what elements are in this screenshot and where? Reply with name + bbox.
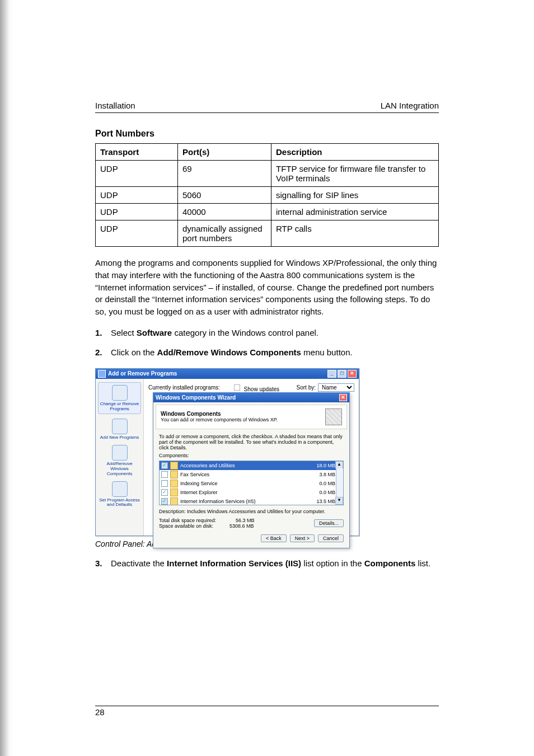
component-row-fax[interactable]: Fax Services 3.8 MB	[160, 470, 343, 479]
installed-programs-label: Currently installed programs:	[148, 384, 220, 391]
cell-ports: dynamically as­signed port num­bers	[178, 220, 271, 247]
th-description: Description	[271, 144, 439, 161]
scroll-down-button[interactable]: ▼	[335, 497, 343, 505]
step-pre: Deactivate the	[111, 558, 167, 568]
step-bold: Internet Information Services (IIS)	[167, 558, 301, 568]
disk-avail-value: 5308.6 MB	[229, 523, 254, 529]
checkbox-icon[interactable]: ✓	[161, 489, 168, 496]
cell-desc: RTP calls	[271, 220, 439, 247]
component-name: Accessories and Utilities	[180, 463, 235, 468]
wizard-titlebar[interactable]: Windows Components Wizard ✕	[153, 393, 349, 402]
step-mid: list option in the	[301, 558, 364, 568]
windows-components-wizard-dialog: Windows Components Wizard ✕ Windows Comp…	[153, 392, 350, 548]
show-updates-checkbox[interactable]	[233, 384, 240, 391]
sidebar-item-change-remove[interactable]: Change or Remove Programs	[98, 382, 141, 415]
table-header-row: Transport Port(s) Description	[96, 144, 439, 161]
wizard-banner-icon	[325, 408, 342, 425]
close-button[interactable]: ✕	[348, 370, 357, 378]
cell-transport: UDP	[96, 187, 178, 204]
step-3: 3. Deactivate the Internet Information S…	[95, 558, 439, 568]
checkbox-icon[interactable]: ✓	[161, 462, 168, 469]
folder-icon	[170, 480, 178, 487]
windows-components-icon	[112, 445, 128, 461]
page-number: 28	[95, 707, 105, 717]
window-icon	[98, 370, 106, 378]
disk-space-info: Total disk space required: 56.3 MB Space…	[159, 518, 255, 529]
components-label: Components:	[159, 453, 344, 458]
component-description-row: Description: Includes Windows Accessorie…	[159, 509, 344, 514]
next-button[interactable]: Next >	[290, 534, 315, 542]
cancel-button[interactable]: Cancel	[318, 534, 344, 542]
window-title: Add or Remove Programs	[108, 370, 177, 377]
component-size: 0.0 MB	[319, 490, 335, 495]
sidebar-label: Add New Programs	[98, 435, 141, 440]
wizard-close-button[interactable]: ✕	[339, 394, 347, 401]
screenshot: Add or Remove Programs _ □ ✕ Change or R…	[95, 368, 358, 548]
desc-text: Includes Windows Accessories and Utiliti…	[187, 509, 325, 514]
components-listbox[interactable]: ▲ ▼ ✓ Accessories and Utilities 18.0 MB	[159, 461, 344, 505]
cell-desc: TFTP service for firmware file transfer …	[271, 161, 439, 187]
sidebar-item-windows-components[interactable]: Add/Remove Windows Components	[98, 445, 141, 476]
cell-ports: 40000	[178, 204, 271, 220]
header-right: LAN Integration	[381, 101, 439, 110]
window-titlebar[interactable]: Add or Remove Programs _ □ ✕	[96, 369, 359, 379]
sidebar-item-set-program-access[interactable]: Set Program Access and Defaults	[98, 481, 141, 508]
table-row: UDP 69 TFTP service for firmware file tr…	[96, 161, 439, 187]
change-remove-icon	[112, 385, 128, 401]
sidebar-item-add-new[interactable]: Add New Programs	[98, 419, 141, 440]
sortby-select[interactable]: Name	[318, 383, 354, 392]
component-row-iis[interactable]: ✓ Internet Information Services (IIS) 13…	[160, 497, 343, 505]
page-binding-shadow	[0, 0, 13, 756]
wizard-title: Windows Components Wizard	[156, 395, 236, 401]
maximize-button[interactable]: □	[338, 370, 346, 378]
table-row: UDP 5060 signalling for SIP lines	[96, 187, 439, 204]
folder-icon	[170, 471, 178, 478]
step-text: Deactivate the Internet Information Serv…	[111, 558, 430, 568]
scroll-up-button[interactable]: ▲	[335, 461, 343, 469]
component-size: 13.5 MB	[316, 499, 335, 504]
details-button[interactable]: Details...	[314, 519, 344, 527]
component-name: Internet Explorer	[180, 490, 218, 495]
sidebar-label: Set Program Access and Defaults	[98, 498, 141, 508]
add-remove-programs-window: Add or Remove Programs _ □ ✕ Change or R…	[95, 368, 359, 536]
minimize-button[interactable]: _	[327, 370, 336, 378]
back-button[interactable]: < Back	[261, 534, 287, 542]
step-number: 1.	[95, 328, 105, 337]
running-header: Installation LAN Integration	[95, 101, 439, 113]
disk-req-value: 56.3 MB	[236, 518, 255, 523]
wizard-subheading: You can add or remove components of Wind…	[161, 417, 278, 422]
wizard-heading: Windows Components	[161, 411, 278, 417]
component-row-ie[interactable]: ✓ Internet Explorer 0.0 MB	[160, 488, 343, 497]
step-number: 3.	[95, 558, 105, 568]
component-row-accessories[interactable]: ✓ Accessories and Utilities 18.0 MB	[160, 461, 343, 470]
wizard-instructions: To add or remove a component, click the …	[159, 434, 344, 450]
component-row-indexing[interactable]: Indexing Service 0.0 MB	[160, 479, 343, 488]
component-size: 18.0 MB	[316, 463, 335, 468]
component-name: Internet Information Services (IIS)	[180, 499, 256, 504]
disk-req-label: Total disk space required:	[159, 518, 216, 523]
arp-sidebar: Change or Remove Programs Add New Progra…	[96, 379, 144, 536]
checkbox-icon[interactable]	[161, 471, 168, 478]
checkbox-icon[interactable]: ✓	[161, 498, 168, 505]
wizard-button-row: < Back Next > Cancel	[159, 534, 344, 542]
show-updates-group: Show updates	[231, 382, 279, 393]
step-number: 2.	[95, 348, 105, 357]
table-row: UDP 40000 internal administration servic…	[96, 204, 439, 220]
checkbox-icon[interactable]	[161, 480, 168, 487]
step-bold: Software	[137, 328, 172, 337]
th-ports: Port(s)	[178, 144, 271, 161]
cell-ports: 69	[178, 161, 271, 187]
step-post: category in the Windows control panel.	[172, 328, 318, 337]
step-2: 2. Click on the Add/Remove Windows Compo…	[95, 348, 439, 357]
program-access-icon	[112, 481, 128, 497]
show-updates-label: Show updates	[244, 386, 279, 392]
body-paragraph: Among the programs and components suppli…	[95, 257, 439, 318]
step-post: list.	[415, 558, 430, 568]
page: Installation LAN Integration Port Number…	[0, 0, 534, 756]
cell-ports: 5060	[178, 187, 271, 204]
scrollbar-track[interactable]	[336, 468, 343, 497]
step-bold: Add/Remove Windows Components	[157, 348, 301, 357]
add-new-icon	[112, 419, 128, 434]
step-text: Select Software category in the Windows …	[111, 328, 318, 337]
step-pre: Select	[111, 328, 137, 337]
